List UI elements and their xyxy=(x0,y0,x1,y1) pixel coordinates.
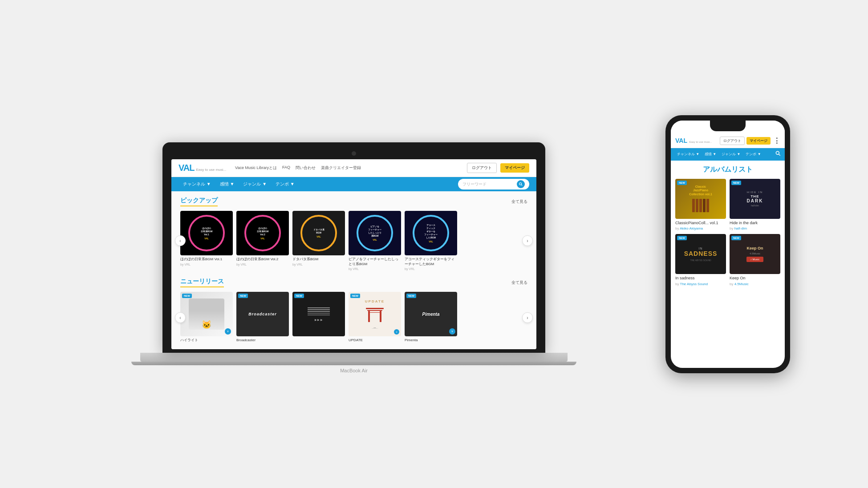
phone-logo-text: VAL xyxy=(675,137,687,144)
phone-albums-grid: NEW ClassicJazzPianoCollection vol.1 xyxy=(675,179,780,286)
new-badge-5: NEW xyxy=(406,294,416,298)
phone-more-icon[interactable]: ⋮ xyxy=(773,137,780,145)
new-badge-2: NEW xyxy=(238,294,248,298)
new-release-album-2[interactable]: NEW Broadcaster Broadcaster xyxy=(236,292,289,343)
site-nav-bar: チャンネル ▼ 感情 ▼ ジャンル ▼ テンポ ▼ フリーワード xyxy=(171,177,536,191)
new-release-album-3[interactable]: NEW ▶ ▶ ▶ xyxy=(292,292,345,343)
site-logo: VAL Easy to use musi... xyxy=(178,163,226,173)
nav-tempo[interactable]: テンポ ▼ xyxy=(271,177,299,191)
pickup-album-5[interactable]: アコースティックギターをフィーチャーしたBGM VAL アコースティックギターを… xyxy=(405,211,457,270)
phone-nav-emotion[interactable]: 感情 ▼ xyxy=(702,148,719,161)
pickup-album-thumb-5: アコースティックギターをフィーチャーしたBGM VAL xyxy=(405,211,457,255)
pickup-section-header: ピックアップ 全て見る xyxy=(180,197,527,206)
svg-rect-3 xyxy=(367,310,382,311)
header-buttons: ログアウト マイページ xyxy=(467,163,529,173)
phone-new-badge-4: NEW xyxy=(731,236,741,240)
phone-album-by-1: by Akiko Akiyama xyxy=(675,226,726,230)
phone-album-1[interactable]: NEW ClassicJazzPianoCollection vol.1 xyxy=(675,179,726,231)
pickup-album-2[interactable]: ほのぼの日常系BGMVol.2 VAL ほのぼの日常系BGM Vol.2 by … xyxy=(236,211,289,270)
phone-new-badge-2: NEW xyxy=(731,181,741,185)
search-box[interactable]: フリーワード xyxy=(458,179,529,190)
phone-wrapper: VAL Easy to use musi... ログアウト マイページ ⋮ チャ… xyxy=(665,115,790,373)
nav-genre[interactable]: ジャンル ▼ xyxy=(239,177,271,191)
phone-logout-button[interactable]: ログアウト xyxy=(720,137,745,145)
new-release-album-name-4: UPDATE xyxy=(349,338,401,343)
new-release-album-name-5: Pimenta xyxy=(405,338,457,343)
laptop-model-label: MacBook Air xyxy=(340,368,368,373)
new-releases-section: ニューリリース 全て見る ‹ NEW 🐱 xyxy=(180,278,527,343)
pickup-see-all[interactable]: 全て見る xyxy=(511,199,527,205)
pickup-album-4[interactable]: ピアノをフィーチャーしたしっとり系BGM VAL ピアノをフィーチャーしたしっと… xyxy=(349,211,401,270)
nav-channel[interactable]: チャンネル ▼ xyxy=(178,177,215,191)
nav-link-contact[interactable]: 問い合わせ xyxy=(296,165,316,171)
search-placeholder: フリーワード xyxy=(462,181,514,187)
phone-album-by-3: by The Abyss Sound xyxy=(675,282,726,286)
new-releases-see-all[interactable]: 全て見る xyxy=(511,280,527,286)
site-content: ピックアップ 全て見る ‹ ほのぼの日常系BGMVol.1 VAL xyxy=(171,191,536,349)
phone-album-3[interactable]: NEW IN SADNESS THE ABYSS SOUND In sadnes… xyxy=(675,234,726,286)
phone-nav-genre[interactable]: ジャンル ▼ xyxy=(719,148,743,161)
pickup-next-arrow[interactable]: › xyxy=(522,235,533,246)
phone-outer: VAL Easy to use musi... ログアウト マイページ ⋮ チャ… xyxy=(665,115,790,373)
laptop-wrapper: VAL Easy to use musi... Vace Music Libra… xyxy=(78,142,630,373)
pickup-prev-arrow[interactable]: ‹ xyxy=(175,235,186,246)
pickup-album-thumb-3: ドタバタ系BGM VAL xyxy=(292,211,345,255)
new-release-album-5[interactable]: NEW Pimenta V Pimenta xyxy=(405,292,457,343)
phone-content: アルバムリスト NEW ClassicJazzPianoCollection v… xyxy=(671,161,785,290)
pickup-album-thumb-2: ほのぼの日常系BGMVol.2 VAL xyxy=(236,211,289,255)
phone-mypage-button[interactable]: マイページ xyxy=(746,137,771,145)
pickup-album-name-2: ほのぼの日常系BGM Vol.2 xyxy=(236,257,289,262)
laptop-camera xyxy=(352,151,356,156)
phone-album-by-2: by half-dim xyxy=(730,226,780,230)
new-release-thumb-3: NEW ▶ ▶ ▶ xyxy=(292,292,345,336)
phone-nav-channel[interactable]: チャンネル ▼ xyxy=(674,148,702,161)
nav-link-creator[interactable]: 楽曲クリエイター登録 xyxy=(321,165,361,171)
phone-logo-area: VAL Easy to use musi... xyxy=(675,137,720,145)
new-release-album-1[interactable]: NEW 🐱 V ハイライト xyxy=(180,292,233,343)
svg-line-1 xyxy=(521,185,522,186)
logout-button[interactable]: ログアウト xyxy=(467,163,497,173)
nav-link-faq[interactable]: FAQ xyxy=(282,165,290,171)
pickup-album-3[interactable]: ドタバタ系BGM VAL ドタバタ系BGM by VRL xyxy=(292,211,345,270)
new-releases-next-arrow[interactable]: › xyxy=(522,312,533,323)
svg-rect-6 xyxy=(370,312,380,313)
pickup-title: ピックアップ xyxy=(180,197,218,206)
nav-emotion[interactable]: 感情 ▼ xyxy=(215,177,239,191)
pickup-album-thumb-4: ピアノをフィーチャーしたしっとり系BGM VAL xyxy=(349,211,401,255)
phone-album-name-2: Hide in the dark xyxy=(730,221,780,226)
mypage-button[interactable]: マイページ xyxy=(500,163,529,173)
phone-album-thumb-2: NEW HIDE IN THE DARK half-dim xyxy=(730,179,780,219)
svg-rect-2 xyxy=(366,308,384,309)
pickup-album-name-3: ドタバタ系BGM xyxy=(292,257,345,262)
phone-album-2[interactable]: NEW HIDE IN THE DARK half-dim Hide in th… xyxy=(730,179,780,231)
new-release-album-name-1: ハイライト xyxy=(180,338,233,343)
pickup-album-by-3: by VRL xyxy=(292,263,345,266)
phone-album-4[interactable]: NEW Keep On 4.5Music ♪ Music Keep On by … xyxy=(730,234,780,286)
phone-nav-tempo[interactable]: テンポ ▼ xyxy=(743,148,763,161)
pickup-album-name-5: アコースティックギターをフィーチャーしたBGM xyxy=(405,257,457,266)
laptop-foot xyxy=(131,362,576,365)
new-badge-1: NEW xyxy=(182,294,192,298)
pickup-album-by-1: by VRL xyxy=(180,263,233,266)
phone-logo-tagline: Easy to use musi... xyxy=(689,141,712,143)
nav-link-about[interactable]: Vace Music Libraryとは xyxy=(235,165,277,171)
phone-screen: VAL Easy to use musi... ログアウト マイページ ⋮ チャ… xyxy=(671,121,785,368)
pickup-album-name-4: ピアノをフィーチャーしたしっとり系BGM xyxy=(349,257,401,266)
site-header: VAL Easy to use musi... Vace Music Libra… xyxy=(171,159,536,177)
pickup-album-thumb-1: ほのぼの日常系BGMVol.1 VAL xyxy=(180,211,233,255)
phone-search-button[interactable] xyxy=(775,150,781,158)
phone-album-by-4: by 4.5Music xyxy=(730,282,780,286)
new-releases-title: ニューリリース xyxy=(180,278,224,287)
new-releases-albums-row: ‹ NEW 🐱 V xyxy=(180,292,527,343)
new-release-album-4[interactable]: NEW UPDATE xyxy=(349,292,401,343)
phone-album-list-title: アルバムリスト xyxy=(675,165,780,174)
phone-album-thumb-4: NEW Keep On 4.5Music ♪ Music xyxy=(730,234,780,274)
search-button[interactable] xyxy=(517,180,525,188)
svg-line-8 xyxy=(779,154,780,155)
pickup-album-1[interactable]: ほのぼの日常系BGMVol.1 VAL ほのぼの日常系BGM Vol.1 by … xyxy=(180,211,233,270)
new-badge-4: NEW xyxy=(350,294,360,298)
new-releases-prev-arrow[interactable]: ‹ xyxy=(175,312,186,323)
pickup-album-by-2: by VRL xyxy=(236,263,289,266)
phone-nav-bar: チャンネル ▼ 感情 ▼ ジャンル ▼ テンポ ▼ xyxy=(671,148,785,161)
new-release-album-name-2: Broadcaster xyxy=(236,338,289,343)
